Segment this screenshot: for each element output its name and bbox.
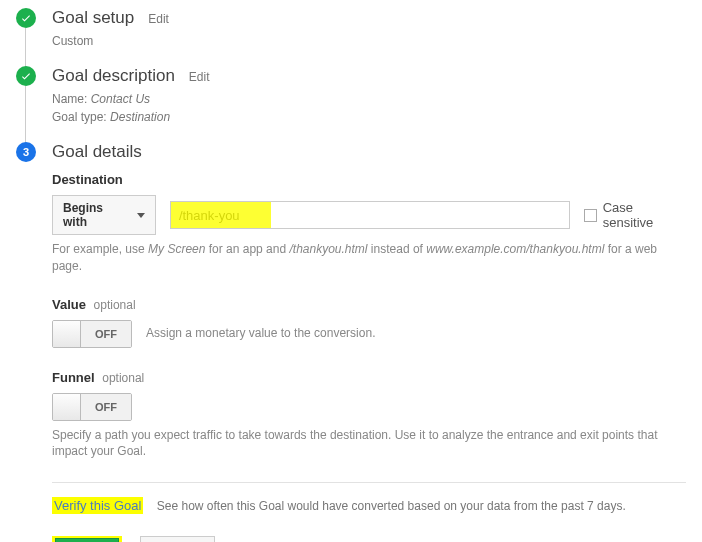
funnel-heading: Funnel optional [52, 370, 686, 385]
toggle-knob [53, 394, 81, 420]
step-number-badge: 3 [16, 142, 36, 162]
verify-goal-link[interactable]: Verify this Goal [54, 498, 141, 513]
step-goal-setup: Goal setup Edit Custom [16, 8, 686, 66]
case-sensitive-label: Case sensitive [603, 200, 686, 230]
funnel-hint: Specify a path you expect traffic to tak… [52, 427, 686, 461]
annotation-highlight: Begins with [52, 195, 156, 235]
name-value: Contact Us [91, 92, 150, 106]
edit-link[interactable]: Edit [189, 70, 210, 84]
destination-heading: Destination [52, 172, 686, 187]
type-value: Destination [110, 110, 170, 124]
funnel-toggle[interactable]: OFF [52, 393, 132, 421]
toggle-knob [53, 321, 81, 347]
destination-section: Destination Begins with Case sensitive [52, 172, 686, 275]
step-title: Goal description [52, 66, 175, 86]
annotation-highlight: Verify this Goal [52, 497, 143, 514]
annotation-highlight: Save [52, 536, 122, 542]
divider [52, 482, 686, 483]
value-section: Value optional OFF Assign a monetary val… [52, 297, 686, 348]
match-type-label: Begins with [63, 201, 129, 229]
toggle-label: OFF [81, 321, 131, 347]
save-button[interactable]: Save [55, 538, 119, 542]
type-label: Goal type: [52, 110, 107, 124]
name-label: Name: [52, 92, 87, 106]
toggle-label: OFF [81, 394, 131, 420]
checkmark-icon [16, 66, 36, 86]
cancel-button[interactable]: Cancel [140, 536, 214, 542]
chevron-down-icon [137, 213, 145, 218]
destination-hint: For example, use My Screen for an app an… [52, 241, 686, 275]
annotation-highlight: Save [52, 536, 122, 542]
button-row: Save Cancel [52, 536, 686, 542]
verify-hint: See how often this Goal would have conve… [157, 499, 626, 513]
step-subtext: Name: Contact Us Goal type: Destination [52, 90, 686, 126]
value-heading: Value optional [52, 297, 686, 312]
case-sensitive-row: Case sensitive [584, 200, 686, 230]
value-toggle[interactable]: OFF [52, 320, 132, 348]
verify-row: Verify this Goal See how often this Goal… [52, 497, 686, 514]
checkmark-icon [16, 8, 36, 28]
step-title: Goal setup [52, 8, 134, 28]
step-subtext: Custom [52, 32, 686, 50]
step-goal-details: 3 Goal details Destination Begins with [16, 142, 686, 542]
value-hint: Assign a monetary value to the conversio… [146, 325, 375, 342]
edit-link[interactable]: Edit [148, 12, 169, 26]
step-goal-description: Goal description Edit Name: Contact Us G… [16, 66, 686, 142]
destination-input[interactable] [170, 201, 570, 229]
case-sensitive-checkbox[interactable] [584, 209, 597, 222]
match-type-dropdown[interactable]: Begins with [52, 195, 156, 235]
step-title: Goal details [52, 142, 142, 162]
funnel-section: Funnel optional OFF Specify a path you e… [52, 370, 686, 461]
